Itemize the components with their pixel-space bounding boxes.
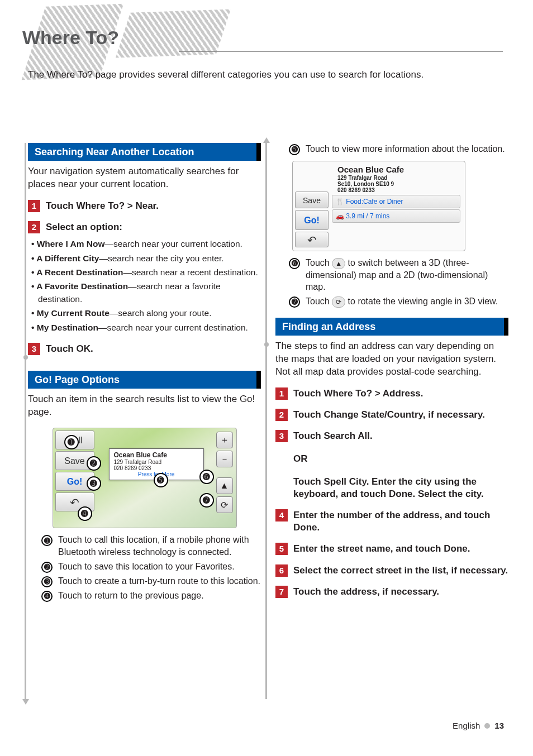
step-1: 1 Touch Where To? > Near. — [28, 200, 261, 212]
step-number: 1 — [275, 387, 288, 400]
addr-step-6: 6 Select the correct street in the list,… — [275, 564, 508, 577]
or-separator: OR — [293, 453, 508, 465]
left-column: Searching Near Another Location Your nav… — [28, 143, 261, 604]
zoom-in-icon[interactable]: ＋ — [216, 432, 233, 448]
legend-text: Touch to return to the previous page. — [58, 590, 204, 602]
back-button[interactable]: ↶ — [295, 232, 329, 247]
step-text: Select an option: — [46, 221, 122, 233]
legend-row: ➊ Touch to call this location, if a mobi… — [41, 534, 261, 558]
addr-step-4: 4 Enter the number of the address, and t… — [275, 509, 508, 534]
rotate-icon[interactable]: ⟳ — [216, 496, 233, 513]
view-3d-icon[interactable]: ▲ — [216, 477, 233, 494]
step-number: 2 — [28, 221, 40, 233]
popup-phone: 020 8269 0233 — [114, 465, 199, 471]
popup-address: 129 Trafalgar Road — [114, 459, 199, 465]
callout-6-icon: ➏ — [289, 258, 300, 269]
step-text: Enter the number of the address, and tou… — [293, 509, 508, 534]
option-item: A Different City—search near the city yo… — [31, 252, 261, 265]
option-list: Where I Am Now—search near your current … — [31, 238, 261, 334]
addr-step-5: 5 Enter the street name, and touch Done. — [275, 543, 508, 555]
step-number: 6 — [275, 564, 288, 577]
step-number: 5 — [275, 543, 288, 555]
step-number: 3 — [275, 430, 288, 442]
save-button[interactable]: Save — [295, 192, 329, 208]
addr-step-3: 3 Touch Search All. — [275, 430, 508, 442]
option-item: Where I Am Now—search near your current … — [31, 238, 261, 250]
section3-lead: The steps to find an address can vary de… — [275, 340, 508, 379]
page-title: Where To? — [22, 27, 119, 49]
ss2-title: Ocean Blue Cafe — [337, 165, 404, 174]
legend: ➊ Touch to call this location, if a mobi… — [28, 534, 261, 601]
step-text: Touch OK. — [46, 343, 93, 355]
callout-7-icon: ➐ — [289, 296, 300, 308]
option-item: A Favorite Destination—search near a fav… — [31, 280, 261, 305]
step-2: 2 Select an option: — [28, 221, 261, 233]
legend-row: ➏ Touch ▲ to switch between a 3D (three-… — [289, 257, 508, 293]
section1-lead: Your navigation system automatically sea… — [28, 165, 261, 191]
ss2-sidebar: Save Go! ↶ — [295, 192, 329, 249]
option-item: My Destination—search near your current … — [31, 322, 261, 334]
callout-1-icon: ➊ — [41, 535, 53, 546]
addr-step-1: 1 Touch Where To? > Address. — [275, 387, 508, 400]
popup-title: Ocean Blue Cafe — [114, 451, 199, 459]
legend-row: ➍ Touch to return to the previous page. — [41, 590, 261, 602]
column-guide-left — [25, 143, 26, 699]
hatch-decoration — [116, 9, 231, 58]
callout-5-icon: ➎ — [289, 144, 300, 155]
step-text: Enter the street name, and touch Done. — [293, 543, 470, 555]
callout-7: ➐ — [199, 493, 214, 508]
footer-lang: English — [453, 721, 480, 730]
section-heading-finding-address: Finding an Address — [275, 318, 508, 336]
step-number: 2 — [275, 409, 288, 421]
legend-text: Touch to call this location, if a mobile… — [58, 534, 261, 558]
addr-step-2: 2 Touch Change State/Country, if necessa… — [275, 409, 508, 421]
step-text: Touch the address, if necessary. — [293, 586, 439, 598]
step-text: Touch Where To? > Near. — [46, 200, 159, 212]
step-number: 4 — [275, 509, 288, 521]
distance-row[interactable]: 🚗 3.9 mi / 7 mins — [332, 209, 460, 223]
legend-cont2: ➏ Touch ▲ to switch between a 3D (three-… — [275, 257, 508, 308]
view-toggle-icon: ▲ — [332, 258, 345, 269]
footer-bullet-icon — [484, 723, 490, 729]
info-screenshot: Ocean Blue Cafe 129 Trafalgar Road Se10,… — [292, 161, 465, 251]
step-number: 3 — [28, 343, 40, 355]
legend-text: Touch ⟳ to rotate the viewing angle in 3… — [306, 295, 498, 308]
step-text: Touch Search All. — [293, 430, 373, 442]
go-page-screenshot: Call Save Go! ↶ Ocean Blue Cafe 129 Traf… — [53, 428, 237, 528]
legend-text: Touch to create a turn-by-turn route to … — [58, 575, 260, 587]
option-item: A Recent Destination—search near a recen… — [31, 266, 261, 279]
legend-row: ➎ Touch to view more information about t… — [289, 143, 508, 155]
callout-6: ➏ — [199, 470, 214, 484]
callout-4-icon: ➍ — [41, 591, 53, 602]
guide-dot — [23, 355, 28, 360]
callout-3-icon: ➌ — [41, 576, 53, 587]
step-text: Select the correct street in the list, i… — [293, 564, 508, 577]
legend-row: ➌ Touch to create a turn-by-turn route t… — [41, 575, 261, 587]
category-row[interactable]: 🍴 Food:Cafe or Diner — [332, 195, 460, 208]
addr-step-7: 7 Touch the address, if necessary. — [275, 586, 508, 598]
ss2-address: 129 Trafalgar Road Se10, London SE10 9 0… — [337, 175, 394, 193]
rotate-view-icon: ⟳ — [332, 296, 345, 308]
legend-row: ➐ Touch ⟳ to rotate the viewing angle in… — [289, 295, 508, 308]
callout-4: ➍ — [78, 506, 92, 521]
step-number: 7 — [275, 586, 288, 598]
step-text: Touch Where To? > Address. — [293, 387, 423, 400]
callout-1: ➊ — [64, 435, 79, 449]
intro-text: The Where To? page provides several diff… — [28, 69, 423, 80]
legend-text: Touch ▲ to switch between a 3D (three-di… — [306, 257, 508, 293]
zoom-out-icon[interactable]: － — [216, 451, 233, 467]
section-heading-searching: Searching Near Another Location — [28, 143, 261, 161]
step3-alt: Touch Spell City. Enter the city using t… — [293, 476, 508, 500]
right-column: ➎ Touch to view more information about t… — [275, 143, 508, 604]
step-3: 3 Touch OK. — [28, 343, 261, 355]
section2-lead: Touch an item in the search results list… — [28, 393, 261, 419]
title-rule — [179, 51, 503, 52]
legend-cont: ➎ Touch to view more information about t… — [275, 143, 508, 155]
legend-text: Touch to view more information about the… — [306, 143, 505, 155]
go-button[interactable]: Go! — [295, 210, 329, 230]
option-item: My Current Route—search along your route… — [31, 307, 261, 319]
section-heading-go-page: Go! Page Options — [28, 371, 261, 389]
footer-page-number: 13 — [494, 721, 504, 730]
step-number: 1 — [28, 200, 40, 212]
step-text: Touch Change State/Country, if necessary… — [293, 409, 485, 421]
